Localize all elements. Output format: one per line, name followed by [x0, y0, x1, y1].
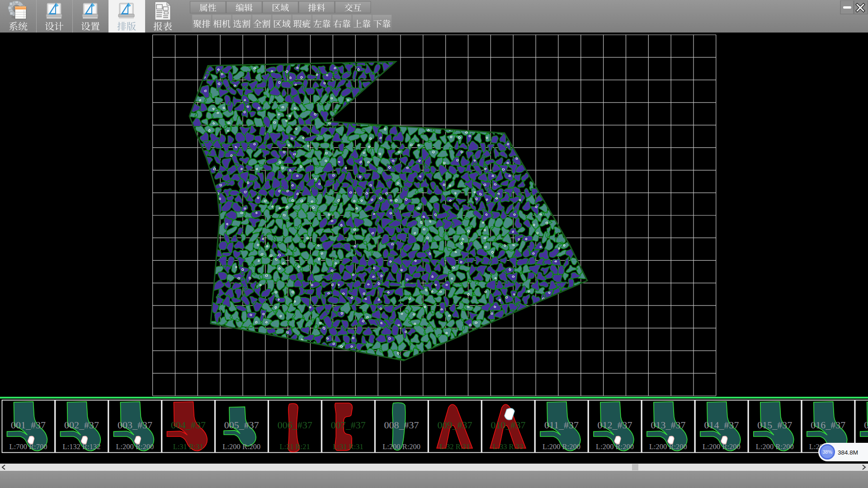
svg-text:012_#37: 012_#37 [598, 419, 632, 431]
svg-text:017_#37: 017_#37 [864, 419, 868, 431]
svg-text:016_#37: 016_#37 [811, 419, 845, 431]
svg-text:L:200 R:200: L:200 R:200 [756, 442, 794, 451]
svg-text:L:33 R:33: L:33 R:33 [493, 442, 523, 451]
svg-text:L:200 R:200: L:200 R:200 [649, 442, 687, 451]
svg-text:003_#37: 003_#37 [118, 419, 152, 431]
svg-text:006_#37: 006_#37 [278, 419, 312, 431]
svg-text:015_#37: 015_#37 [757, 419, 792, 431]
svg-text:005_#37: 005_#37 [224, 419, 259, 431]
svg-text:014_#37: 014_#37 [704, 419, 739, 431]
svg-text:L:32 R:31: L:32 R:31 [439, 442, 470, 451]
svg-text:L:200 R:200: L:200 R:200 [703, 442, 741, 451]
svg-text:L:200 R:200: L:200 R:200 [382, 442, 420, 451]
svg-text:004_#37: 004_#37 [171, 419, 206, 431]
svg-text:L:132 R:132: L:132 R:132 [63, 442, 101, 451]
svg-text:L:200 R:200: L:200 R:200 [542, 442, 580, 451]
svg-text:L:200 R:200: L:200 R:200 [596, 442, 634, 451]
svg-text:L:31 R:31: L:31 R:31 [173, 442, 203, 451]
svg-text:L:700 R:700: L:700 R:700 [9, 442, 47, 451]
svg-text:L:31 R:31: L:31 R:31 [333, 442, 363, 451]
svg-text:002_#37: 002_#37 [64, 419, 99, 431]
svg-text:010_#37: 010_#37 [491, 419, 526, 431]
svg-text:L:21 R:21: L:21 R:21 [280, 442, 310, 451]
svg-text:009_#37: 009_#37 [438, 419, 472, 431]
svg-text:007_#37: 007_#37 [331, 419, 366, 431]
svg-text:L:200 R:200: L:200 R:200 [222, 442, 260, 451]
svg-text:008_#37: 008_#37 [384, 419, 419, 431]
svg-text:013_#37: 013_#37 [651, 419, 685, 431]
svg-text:L:200 R:200: L:200 R:200 [116, 442, 154, 451]
svg-text:011_#37: 011_#37 [544, 419, 579, 431]
svg-text:001_#37: 001_#37 [11, 419, 46, 431]
